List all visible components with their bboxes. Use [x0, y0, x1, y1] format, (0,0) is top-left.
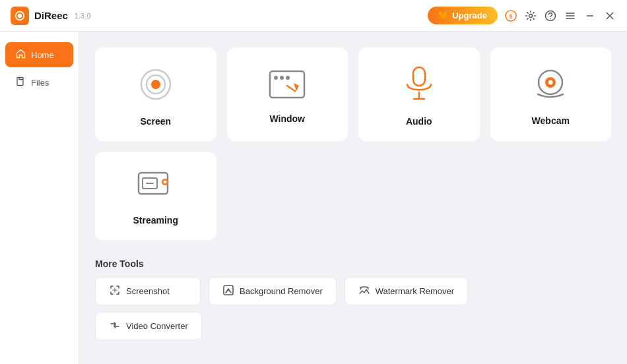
watermark-remover-icon [358, 284, 370, 298]
watermark-remover-button[interactable]: Watermark Remover [345, 277, 468, 305]
sidebar-files-label: Files [31, 78, 49, 88]
audio-card[interactable]: Audio [358, 47, 480, 141]
streaming-card[interactable]: Streaming [95, 152, 216, 240]
more-tools-section: More Tools [95, 258, 611, 340]
minimize-button[interactable] [583, 9, 597, 22]
titlebar-left: DiReec 1.3.0 [11, 7, 90, 25]
streaming-label: Streaming [133, 215, 178, 226]
heart-icon: 🧡 [438, 11, 449, 20]
settings-icon[interactable] [524, 9, 537, 22]
streaming-icon [136, 169, 176, 206]
empty-slot-1 [227, 152, 348, 240]
tools-grid: Screenshot Background Remover [95, 277, 611, 340]
close-button[interactable] [603, 9, 616, 22]
tools-row-1: Screenshot Background Remover [95, 277, 611, 305]
background-remover-icon [222, 284, 234, 298]
audio-label: Audio [406, 116, 432, 127]
sidebar-item-files[interactable]: Files [5, 70, 73, 95]
svg-point-20 [286, 76, 290, 80]
sidebar: Home Files [0, 32, 79, 364]
svg-point-18 [274, 76, 278, 80]
svg-point-6 [550, 18, 551, 19]
app-name: DiReec [34, 10, 68, 21]
more-tools-title: More Tools [95, 258, 611, 269]
help-icon[interactable] [544, 9, 557, 22]
svg-rect-22 [413, 67, 425, 86]
webcam-icon [531, 65, 570, 106]
sidebar-home-label: Home [31, 50, 54, 60]
svg-point-27 [548, 80, 553, 85]
screenshot-label: Screenshot [126, 286, 170, 296]
webcam-card[interactable]: Webcam [490, 47, 612, 141]
background-remover-button[interactable]: Background Remover [209, 277, 337, 305]
watermark-remover-label: Watermark Remover [376, 286, 454, 296]
coin-icon[interactable]: $ [504, 9, 517, 22]
titlebar: DiReec 1.3.0 🧡 Upgrade $ [0, 0, 627, 32]
app-version: 1.3.0 [75, 12, 90, 20]
video-converter-label: Video Converter [126, 321, 188, 331]
svg-point-19 [280, 76, 284, 80]
svg-rect-17 [270, 71, 304, 98]
main-cards-row1: Screen Window [95, 47, 611, 141]
empty-slot-3 [490, 152, 612, 240]
main-cards-row2: Streaming [95, 152, 611, 240]
app-logo [11, 7, 29, 25]
empty-slot-2 [358, 152, 480, 240]
svg-text:$: $ [509, 13, 512, 20]
window-card[interactable]: Window [227, 47, 348, 141]
screenshot-button[interactable]: Screenshot [95, 277, 201, 305]
main-layout: Home Files [0, 32, 627, 364]
svg-rect-33 [224, 286, 233, 295]
screen-card[interactable]: Screen [95, 47, 216, 141]
svg-point-16 [151, 80, 160, 89]
svg-point-4 [529, 14, 533, 17]
svg-point-32 [163, 181, 166, 184]
window-icon [267, 67, 307, 104]
upgrade-button[interactable]: 🧡 Upgrade [428, 7, 498, 24]
menu-icon[interactable] [564, 9, 577, 22]
screen-label: Screen [140, 116, 171, 127]
audio-icon [402, 65, 436, 107]
home-icon [16, 49, 26, 61]
video-converter-button[interactable]: Video Converter [95, 312, 202, 340]
screenshot-icon [109, 284, 121, 298]
files-icon [16, 76, 26, 88]
screen-icon [136, 65, 176, 107]
svg-rect-13 [17, 78, 23, 86]
content-area: Screen Window [79, 32, 627, 364]
background-remover-label: Background Remover [240, 286, 323, 296]
window-label: Window [269, 113, 305, 124]
titlebar-right: 🧡 Upgrade $ [428, 7, 616, 24]
webcam-label: Webcam [532, 115, 570, 126]
sidebar-item-home[interactable]: Home [5, 42, 73, 67]
tools-row-2: Video Converter [95, 312, 611, 340]
upgrade-label: Upgrade [452, 11, 487, 20]
video-converter-icon [109, 319, 121, 333]
svg-point-1 [18, 13, 22, 17]
